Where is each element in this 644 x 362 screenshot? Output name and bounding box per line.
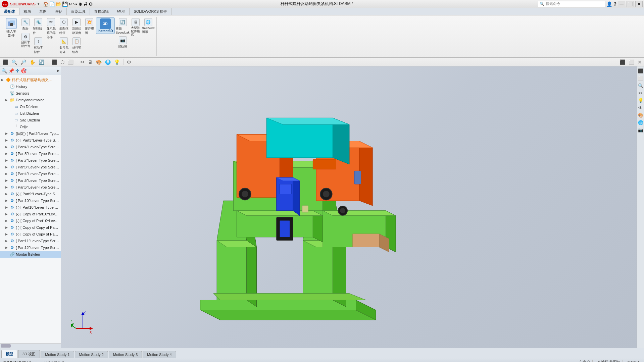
tree-part4a-item[interactable]: ▶ ⚙ [ Part4^Lever-Type Screw-Actu... (0, 144, 61, 150)
display-type-icon[interactable]: 🖥 (87, 59, 94, 65)
rs-appearance-icon[interactable]: 🎨 (637, 112, 644, 118)
settings-icon[interactable]: ⚙ (126, 59, 132, 65)
tab-direct-edit[interactable]: 直接编辑 (90, 8, 113, 15)
close-button[interactable]: ✕ (635, 1, 643, 7)
open-icon[interactable]: 📂 (56, 1, 61, 7)
restore-button[interactable]: ⬜ (627, 1, 634, 7)
assembly-features-button[interactable]: ⬡ 装配体特征 (58, 17, 70, 36)
print-icon[interactable]: 🖨 (83, 1, 88, 7)
filter-icon[interactable]: 🔍 (1, 68, 7, 73)
help-icon[interactable]: ? (613, 1, 616, 7)
new-motion-button[interactable]: ▶ 新建运动算例 (70, 17, 83, 36)
collapse-arrow-icon[interactable]: ▶ (57, 68, 59, 73)
tree-copy-part10a-item[interactable]: ▶ ⚙ (-) [ Copy of Part10^Lever-Typ... (0, 211, 61, 217)
update-speedpak-button[interactable]: 🔄 更新Speedpak (117, 17, 129, 35)
rs-section-icon[interactable]: ✂ (638, 90, 643, 96)
tab-render[interactable]: 渲染工具 (67, 8, 90, 15)
minimize-button[interactable]: — (618, 1, 625, 7)
scene-icon[interactable]: 🌐 (104, 59, 112, 65)
tree-mate-relations-item[interactable]: 🔗 Montaj İlişkileri (0, 251, 61, 258)
pin-icon[interactable]: 📌 (8, 68, 14, 73)
target-icon[interactable]: 🎯 (21, 68, 27, 73)
restore-view-icon[interactable]: ⬜ (628, 59, 635, 65)
tab-motion-study-3[interactable]: Motion Study 3 (109, 351, 142, 358)
rs-zoom-icon[interactable]: 🔍 (637, 83, 644, 89)
tab-assembly[interactable]: 装配体 (0, 8, 19, 15)
user-icon[interactable]: 👤 (606, 1, 612, 7)
search-box[interactable]: 🔍 搜索命令 (538, 1, 605, 7)
rs-scene-icon[interactable]: 🌐 (637, 119, 644, 126)
tab-motion-study-2[interactable]: Motion Study 2 (75, 351, 108, 358)
tree-top-plane-item[interactable]: ▭ Üst Düzlem (0, 110, 61, 117)
tab-evaluate[interactable]: 评估 (51, 8, 67, 15)
snapshot-button[interactable]: 📷 抓快照 (117, 36, 129, 50)
smart-fastener-button[interactable]: 🔩 智能扣件 (32, 17, 44, 36)
rs-light-icon[interactable]: 💡 (637, 97, 644, 104)
shaded-icon[interactable]: ⬛ (50, 59, 58, 65)
tab-motion-study-1[interactable]: Motion Study 1 (41, 351, 74, 358)
3d-viewport[interactable]: Z X Y (61, 66, 637, 348)
tree-part11-item[interactable]: ▶ ⚙ [ Part11^Lever-Type Screw-Act... (0, 238, 61, 244)
tree-annotations-item[interactable]: ▶ 📁 Detaylandırmalar (0, 97, 61, 103)
insert-parts-button[interactable]: ⬛ 插入零部件 (4, 17, 19, 38)
tree-part6-item[interactable]: ▶ ⚙ [ Part6^Lever-Type Screw-Actu... (0, 184, 61, 191)
select-icon[interactable]: 🖱 (78, 1, 83, 7)
wireframe-icon[interactable]: ⬡ (59, 59, 65, 65)
linear-pattern-button[interactable]: ⚙ 线性零部件列 (19, 32, 32, 49)
tree-copy-copy-part10a-item[interactable]: ▶ ⚙ (-) [ Copy of Copy of Part10^L... (0, 224, 61, 231)
zoom-fit-icon[interactable]: 🔍 (10, 59, 18, 65)
tab-sketch[interactable]: 草图 (35, 8, 51, 15)
close-panel-icon[interactable]: ✕ (637, 59, 643, 65)
rs-display-icon[interactable]: ⬛ (637, 68, 644, 74)
tree-part10a-item[interactable]: ▶ ⚙ [ Part10^Lever-Type Screw-... (0, 197, 61, 204)
menu-arrow-icon[interactable]: ▼ (37, 2, 40, 6)
move-component-button[interactable]: ↕ 移动零部件 (32, 37, 44, 55)
pan-icon[interactable]: ✋ (29, 59, 36, 65)
scroll-thumb[interactable] (1, 344, 11, 348)
tree-part9-item[interactable]: ▶ ⚙ (-) [ Part9^Lever-Type Screw-A... (0, 191, 61, 197)
new-doc-icon[interactable]: 📄 (49, 1, 55, 7)
undo-icon[interactable]: ↩ (68, 1, 72, 7)
redo-icon[interactable]: ↪ (73, 1, 77, 7)
appearance-icon[interactable]: 🎨 (95, 59, 103, 65)
rotate-icon[interactable]: 🔄 (38, 59, 45, 65)
rs-camera-icon[interactable]: 📷 (637, 127, 644, 133)
tab-motion-study-4[interactable]: Motion Study 4 (143, 351, 176, 358)
tree-front-plane-item[interactable]: ▭ Ön Düzlem (0, 103, 61, 110)
view-orient-icon[interactable]: ⬛ (1, 59, 9, 65)
large-format-button[interactable]: 🖥 大型装配体模式 (130, 17, 142, 37)
realview-button[interactable]: 🌐 RealView图形 (142, 17, 154, 35)
rs-orient-icon[interactable]: ⬜ (637, 75, 644, 82)
exploded-view-button[interactable]: 💥 爆炸视图 (83, 17, 95, 36)
tree-part5a-item[interactable]: ▶ ⚙ [ Part5^Lever-Type Screw-Actu... (0, 150, 61, 157)
tree-part4b-item[interactable]: ▶ ⚙ [ Part4^Lever-Type Screw-Actu... (0, 170, 61, 177)
home-icon[interactable]: 🏠 (43, 1, 49, 7)
reference-geom-button[interactable]: 📐 参考几何体 (58, 37, 70, 55)
tree-part8-item[interactable]: ▶ ⚙ [ Part8^Lever-Type Screw-Actu... (0, 164, 61, 170)
tab-mbd[interactable]: MBD (113, 8, 130, 15)
bom-button[interactable]: 📋 材料明细表 (70, 37, 83, 55)
tree-part3-item[interactable]: ▶ ⚙ (-) [ Part3^Lever-Type Screw-A... (0, 137, 61, 144)
tree-copy-part10b-item[interactable]: ▶ ⚙ (-) [ Copy of Part10^Lever-Typ... (0, 217, 61, 224)
section-view-icon[interactable]: ✂ (80, 59, 86, 65)
save-icon[interactable]: 💾 (62, 1, 68, 7)
tab-3d-view[interactable]: 3D 视图 (18, 350, 40, 358)
show-hidden-button[interactable]: 👁 显示隐藏的零部件 (45, 17, 57, 40)
tree-right-plane-item[interactable]: ▭ Sağ Düzlem (0, 117, 61, 123)
rs-hide-icon[interactable]: 👁 (638, 105, 643, 111)
lights-icon[interactable]: 💡 (113, 59, 121, 65)
tree-copy-copy-part10b-item[interactable]: ▶ ⚙ (-) [ Copy of Copy of Part10^L... (0, 231, 61, 238)
tree-history-item[interactable]: 🕐 History (0, 83, 61, 90)
left-panel-scrollbar[interactable] (0, 343, 61, 348)
options-icon[interactable]: ⚙ (89, 1, 93, 7)
tree-part10b-item[interactable]: ▶ ⚙ (-) [ Part10^Lever-Type Screw-... (0, 204, 61, 211)
add-icon[interactable]: ✛ (15, 68, 19, 73)
tab-plugins[interactable]: SOLIDWORKS 插件 (130, 8, 171, 15)
tree-part7-item[interactable]: ▶ ⚙ [ Part7^Lever-Type Screw-Actu... (0, 157, 61, 164)
tab-layout[interactable]: 布局 (19, 8, 35, 15)
assemble-button[interactable]: 🔧 配合 (19, 17, 32, 32)
tab-model[interactable]: 模型 (1, 350, 17, 358)
expand-icon[interactable]: ⬛ (618, 59, 626, 65)
tree-part2-item[interactable]: ▶ ⚙ (固定) [ Part2^Lever-Type Scre... (0, 130, 61, 137)
zoom-area-icon[interactable]: 🔎 (19, 59, 27, 65)
